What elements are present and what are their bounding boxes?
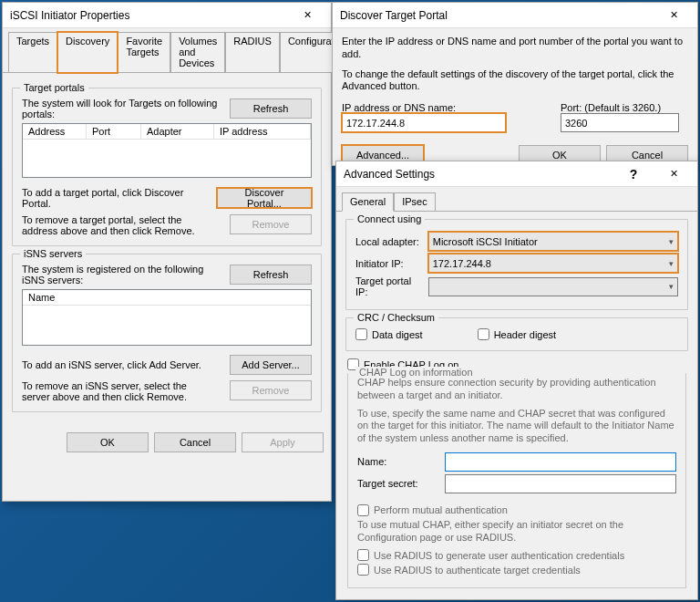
initiator-ip-select[interactable]: 172.17.244.8 ▾ xyxy=(428,254,678,273)
titlebar: Advanced Settings ? ✕ xyxy=(336,161,697,187)
tab-general[interactable]: General xyxy=(342,192,394,212)
col-adapter: Adapter xyxy=(141,124,214,140)
intro-text-2: To change the default settings of the di… xyxy=(342,68,688,94)
tab-radius[interactable]: RADIUS xyxy=(225,32,280,72)
add-portal-hint: To add a target portal, click Discover P… xyxy=(22,187,211,209)
target-portal-ip-label: Target portal IP: xyxy=(355,275,423,297)
window-title: iSCSI Initiator Properties xyxy=(10,9,287,22)
col-port: Port xyxy=(87,124,141,140)
target-secret-label: Target secret: xyxy=(357,478,439,489)
group-title: Connect using xyxy=(354,213,425,224)
col-name: Name xyxy=(23,290,311,306)
port-input[interactable] xyxy=(561,113,679,132)
discover-target-portal-dialog: Discover Target Portal ✕ Enter the IP ad… xyxy=(332,2,698,166)
mutual-hint: To use mutual CHAP, either specify an in… xyxy=(357,519,676,545)
apply-button[interactable]: Apply xyxy=(242,432,324,452)
connect-using-group: Connect using Local adapter: Microsoft i… xyxy=(345,219,688,310)
chevron-down-icon: ▾ xyxy=(669,237,674,246)
remove-server-button[interactable]: Remove xyxy=(230,380,312,400)
tab-ipsec[interactable]: IPsec xyxy=(394,192,436,211)
help-icon[interactable]: ? xyxy=(613,161,654,187)
titlebar: iSCSI Initiator Properties ✕ xyxy=(3,3,331,28)
initiator-ip-label: Initiator IP: xyxy=(355,258,423,269)
target-portal-ip-select[interactable]: ▾ xyxy=(428,277,678,296)
discover-portal-button[interactable]: Discover Portal... xyxy=(217,188,312,208)
tab-volumes-devices[interactable]: Volumes and Devices xyxy=(170,32,225,72)
tab-favorite-targets[interactable]: Favorite Targets xyxy=(118,32,170,72)
radius-authenticate-checkbox[interactable]: Use RADIUS to authenticate target creden… xyxy=(357,564,676,576)
advanced-settings-dialog: Advanced Settings ? ✕ General IPsec Conn… xyxy=(335,161,698,600)
group-title: Target portals xyxy=(20,82,88,93)
chap-subtitle: CHAP Log on information xyxy=(355,367,477,378)
add-isns-hint: To add an iSNS server, click Add Server. xyxy=(22,359,201,370)
chap-name-label: Name: xyxy=(357,456,439,467)
isns-list[interactable]: Name xyxy=(22,289,312,346)
close-icon[interactable]: ✕ xyxy=(654,3,694,28)
tabstrip: Targets Discovery Favorite Targets Volum… xyxy=(3,28,331,73)
initiator-ip-value: 172.17.244.8 xyxy=(433,258,491,269)
port-label: Port: (Default is 3260.) xyxy=(561,102,661,113)
dialog-buttons: OK Cancel Apply xyxy=(3,427,331,458)
isns-servers-group: iSNS servers The system is registered on… xyxy=(12,254,322,412)
header-digest-checkbox[interactable]: Header digest xyxy=(478,328,557,340)
group-title: CRC / Checksum xyxy=(354,312,438,323)
target-portals-table[interactable]: Address Port Adapter IP address xyxy=(22,123,312,178)
chap-desc-2: To use, specify the same name and CHAP s… xyxy=(357,408,676,445)
remove-portal-button[interactable]: Remove xyxy=(230,214,312,234)
window-title: Advanced Settings xyxy=(344,168,613,181)
close-icon[interactable]: ✕ xyxy=(654,161,694,187)
chevron-down-icon: ▾ xyxy=(669,282,674,291)
ip-label: IP address or DNS name: xyxy=(342,102,456,113)
local-adapter-label: Local adapter: xyxy=(355,236,423,247)
col-ip: IP address xyxy=(214,124,311,140)
chap-desc-1: CHAP helps ensure connection security by… xyxy=(357,377,676,402)
chevron-down-icon: ▾ xyxy=(669,259,674,268)
group-title: iSNS servers xyxy=(20,248,86,259)
mutual-auth-checkbox[interactable]: Perform mutual authentication xyxy=(357,504,676,516)
window-title: Discover Target Portal xyxy=(340,9,654,22)
intro-text-1: Enter the IP address or DNS name and por… xyxy=(342,36,688,61)
radius-generate-checkbox[interactable]: Use RADIUS to generate user authenticati… xyxy=(357,549,676,561)
col-address: Address xyxy=(23,124,87,140)
tab-targets[interactable]: Targets xyxy=(8,32,57,72)
crc-checksum-group: CRC / Checksum Data digest Header digest xyxy=(345,317,688,351)
chap-section: Enable CHAP Log on CHAP Log on informati… xyxy=(345,358,688,588)
isns-hint: The system is registered on the followin… xyxy=(22,264,224,285)
refresh-button[interactable]: Refresh xyxy=(230,265,312,285)
tab-discovery[interactable]: Discovery xyxy=(57,32,118,73)
data-digest-checkbox[interactable]: Data digest xyxy=(355,328,423,340)
tp-hint: The system will look for Targets on foll… xyxy=(22,98,224,119)
target-portals-group: Target portals The system will look for … xyxy=(12,88,322,246)
chap-name-input[interactable] xyxy=(445,452,676,472)
ip-address-input[interactable] xyxy=(342,113,506,132)
cancel-button[interactable]: Cancel xyxy=(154,432,236,452)
tabstrip: General IPsec xyxy=(336,187,697,212)
iscsi-properties-dialog: iSCSI Initiator Properties ✕ Targets Dis… xyxy=(2,2,332,502)
local-adapter-select[interactable]: Microsoft iSCSI Initiator ▾ xyxy=(428,232,678,251)
close-icon[interactable]: ✕ xyxy=(287,3,327,28)
remove-isns-hint: To remove an iSNS server, select the ser… xyxy=(22,380,224,402)
local-adapter-value: Microsoft iSCSI Initiator xyxy=(433,236,538,247)
ok-button[interactable]: OK xyxy=(67,432,149,452)
titlebar: Discover Target Portal ✕ xyxy=(333,3,697,28)
add-server-button[interactable]: Add Server... xyxy=(230,355,312,375)
remove-portal-hint: To remove a target portal, select the ad… xyxy=(22,214,224,236)
target-secret-input[interactable] xyxy=(445,474,676,493)
refresh-button[interactable]: Refresh xyxy=(230,99,312,119)
